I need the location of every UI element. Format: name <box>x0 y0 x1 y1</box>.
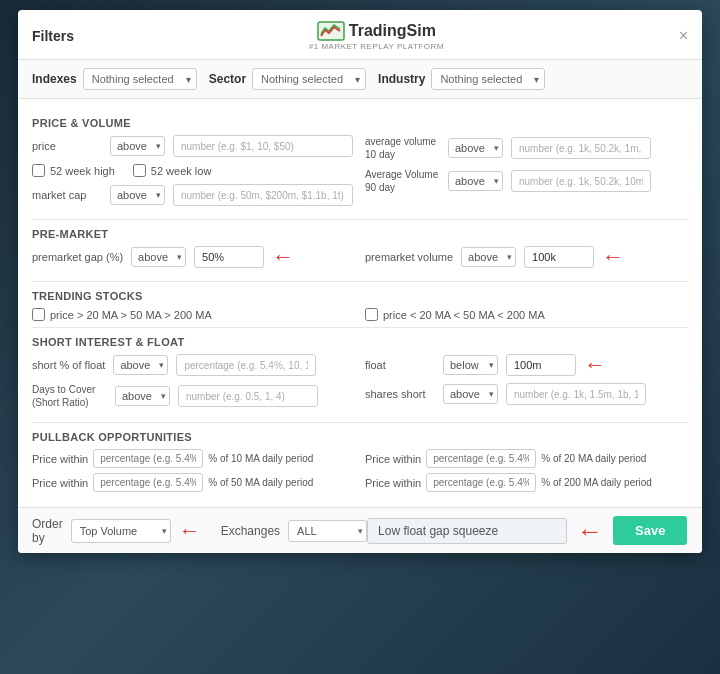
pullback-grid: Price within % of 10 MA daily period Pri… <box>32 449 688 497</box>
indexes-select[interactable]: Nothing selected <box>83 68 197 90</box>
bottom-right: ← Save ← <box>367 516 702 545</box>
premarket-gap-input[interactable] <box>194 246 264 268</box>
pullback-20ma-suffix: % of 20 MA daily period <box>541 453 646 464</box>
price-label: price <box>32 140 102 152</box>
week52-low-checkbox[interactable] <box>133 164 146 177</box>
divider-1 <box>32 219 688 220</box>
price-within-label-1: Price within <box>32 453 88 465</box>
strategy-name-input[interactable] <box>367 518 567 544</box>
filters-bar: Indexes Nothing selected Sector Nothing … <box>18 60 702 99</box>
market-cap-condition-select[interactable]: abovebelow <box>110 185 165 205</box>
filters-modal: Filters TradingSim #1 MARKET REPLAY PLAT… <box>18 10 702 553</box>
red-arrow-order: ← <box>179 520 201 542</box>
pre-market-grid: premarket gap (%) abovebelow ← premarket… <box>32 246 688 275</box>
divider-4 <box>32 422 688 423</box>
exchanges-select[interactable]: ALLNYSENASDAQ <box>288 520 367 542</box>
modal-header: Filters TradingSim #1 MARKET REPLAY PLAT… <box>18 10 702 60</box>
pullback-row-2-right: Price within % of 200 MA daily period <box>365 473 688 492</box>
days-cover-condition-select[interactable]: abovebelow <box>115 386 170 406</box>
trending-cond1-checkbox[interactable] <box>32 308 45 321</box>
sector-select[interactable]: Nothing selected <box>252 68 366 90</box>
modal-title: Filters <box>32 28 74 44</box>
price-input[interactable] <box>173 135 353 157</box>
price-volume-section-title: PRICE & VOLUME <box>32 117 688 129</box>
week52-high-label: 52 week high <box>50 165 115 177</box>
pullback-200ma-suffix: % of 200 MA daily period <box>541 477 652 488</box>
shares-short-condition-select[interactable]: abovebelow <box>443 384 498 404</box>
week52-low-checkbox-label[interactable]: 52 week low <box>133 164 212 177</box>
industry-select-wrapper: Nothing selected <box>431 68 545 90</box>
shares-short-label: shares short <box>365 388 435 400</box>
float-label: float <box>365 359 435 371</box>
price-within-label-2: Price within <box>365 453 421 465</box>
price-within-label-3: Price within <box>32 477 88 489</box>
short-float-input[interactable] <box>176 354 316 376</box>
divider-2 <box>32 281 688 282</box>
exchanges-label: Exchanges <box>221 524 280 538</box>
short-float-grid: short % of float abovebelow Days to Cove… <box>32 354 688 416</box>
market-cap-input[interactable] <box>173 184 353 206</box>
week52-high-checkbox[interactable] <box>32 164 45 177</box>
shares-short-input[interactable] <box>506 383 646 405</box>
days-cover-input[interactable] <box>178 385 318 407</box>
premarket-volume-label: premarket volume <box>365 251 453 263</box>
price-condition-select[interactable]: abovebelow <box>110 136 165 156</box>
avg-vol-90-condition-select[interactable]: abovebelow <box>448 171 503 191</box>
trending-cond2-checkbox[interactable] <box>365 308 378 321</box>
bottom-left: Order by Top Volume Top Gainers Top Lose… <box>32 517 367 545</box>
vol-condition-select[interactable]: abovebelow <box>461 247 516 267</box>
trending-cond1-label[interactable]: price > 20 MA > 50 MA > 200 MA <box>32 308 355 321</box>
pullback-50ma-input[interactable] <box>93 473 203 492</box>
sector-filter-group: Sector Nothing selected <box>209 68 366 90</box>
avg-vol-90-input[interactable] <box>511 170 651 192</box>
premarket-gap-row: premarket gap (%) abovebelow ← <box>32 246 355 268</box>
float-input[interactable] <box>506 354 576 376</box>
exchanges-select-wrap: ALLNYSENASDAQ <box>288 520 367 542</box>
short-float-row: short % of float abovebelow <box>32 354 355 376</box>
pullback-section-title: PULLBACK OPPORTUNITIES <box>32 431 688 443</box>
logo-icon <box>317 20 345 42</box>
week52-high-checkbox-label[interactable]: 52 week high <box>32 164 115 177</box>
avg-vol-10-condition-select[interactable]: abovebelow <box>448 138 503 158</box>
market-cap-label: market cap <box>32 189 102 201</box>
market-cap-row: market cap abovebelow <box>32 184 355 206</box>
gap-condition-select[interactable]: abovebelow <box>131 247 186 267</box>
price-volume-right: average volume10 day abovebelow Average … <box>365 135 688 213</box>
industry-label: Industry <box>378 72 425 86</box>
week52-low-label: 52 week low <box>151 165 212 177</box>
premarket-volume-input[interactable] <box>524 246 594 268</box>
trending-cond1-text: price > 20 MA > 50 MA > 200 MA <box>50 309 212 321</box>
price-volume-left: price abovebelow 52 week high <box>32 135 355 213</box>
pullback-10ma-input[interactable] <box>93 449 203 468</box>
float-condition-select[interactable]: abovebelow <box>443 355 498 375</box>
industry-select[interactable]: Nothing selected <box>431 68 545 90</box>
modal-body: PRICE & VOLUME price abovebelow <box>18 99 702 507</box>
avg-volume-90-label: Average Volume90 day <box>365 168 440 194</box>
trending-cond2-label[interactable]: price < 20 MA < 50 MA < 200 MA <box>365 308 688 321</box>
red-arrow-gap: ← <box>272 246 294 268</box>
trending-grid: price > 20 MA > 50 MA > 200 MA price < 2… <box>32 308 688 321</box>
short-float-cond-wrap: abovebelow <box>113 355 168 375</box>
avg-vol-90-condition-wrap: abovebelow <box>448 171 503 191</box>
logo-area: TradingSim #1 MARKET REPLAY PLATFORM <box>309 20 444 51</box>
avg-volume-10-row: average volume10 day abovebelow <box>365 135 688 161</box>
short-float-condition-select[interactable]: abovebelow <box>113 355 168 375</box>
trending-section-title: TRENDING STOCKS <box>32 290 688 302</box>
industry-filter-group: Industry Nothing selected <box>378 68 545 90</box>
avg-vol-10-input[interactable] <box>511 137 651 159</box>
avg-volume-10-label: average volume10 day <box>365 135 440 161</box>
logo-subtitle: #1 MARKET REPLAY PLATFORM <box>309 42 444 51</box>
pullback-50ma-suffix: % of 50 MA daily period <box>208 477 313 488</box>
vol-condition-wrap: abovebelow <box>461 247 516 267</box>
pullback-20ma-input[interactable] <box>426 449 536 468</box>
premarket-gap-label: premarket gap (%) <box>32 251 123 263</box>
order-by-select[interactable]: Top Volume Top Gainers Top Losers <box>71 519 171 543</box>
save-button[interactable]: Save <box>613 516 687 545</box>
order-by-group: Order by Top Volume Top Gainers Top Lose… <box>32 517 201 545</box>
pullback-200ma-input[interactable] <box>426 473 536 492</box>
close-button[interactable]: × <box>679 27 688 45</box>
trending-cond2-text: price < 20 MA < 50 MA < 200 MA <box>383 309 545 321</box>
sector-label: Sector <box>209 72 246 86</box>
red-arrow-save: ← <box>577 518 603 544</box>
modal-overlay: Filters TradingSim #1 MARKET REPLAY PLAT… <box>0 0 720 674</box>
